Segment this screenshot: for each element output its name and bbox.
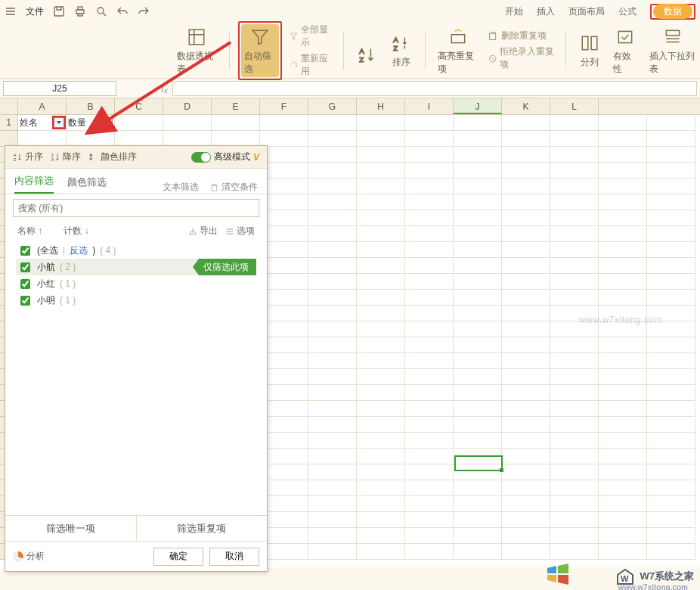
cell[interactable] xyxy=(308,353,357,369)
cell[interactable] xyxy=(454,480,502,496)
col-L[interactable]: L xyxy=(550,98,599,114)
cell[interactable] xyxy=(357,385,405,401)
ribbon-sort-az[interactable]: AZ xyxy=(352,38,381,64)
cell[interactable] xyxy=(502,337,550,353)
cell[interactable] xyxy=(357,480,405,496)
cell[interactable] xyxy=(308,528,357,544)
cell[interactable] xyxy=(599,385,647,401)
formula-input[interactable] xyxy=(172,81,697,96)
cell[interactable] xyxy=(599,464,647,480)
ribbon-reapply[interactable]: 重新应用 xyxy=(290,52,333,78)
col-G[interactable]: G xyxy=(308,98,357,114)
cell[interactable] xyxy=(550,210,599,226)
cell[interactable] xyxy=(454,115,502,131)
cell[interactable] xyxy=(550,417,599,433)
cell[interactable] xyxy=(405,242,454,258)
cell[interactable] xyxy=(405,226,454,242)
cell[interactable] xyxy=(502,385,550,401)
cell[interactable] xyxy=(308,147,357,163)
cell[interactable] xyxy=(454,369,502,385)
cell[interactable] xyxy=(550,179,599,194)
cell[interactable] xyxy=(357,496,405,512)
cell[interactable] xyxy=(502,449,550,464)
cell[interactable] xyxy=(550,401,599,417)
cell[interactable] xyxy=(599,147,647,163)
tab-color-filter[interactable]: 颜色筛选 xyxy=(67,175,107,194)
cell[interactable] xyxy=(405,290,454,306)
cell[interactable] xyxy=(550,544,599,560)
cell[interactable] xyxy=(308,464,357,480)
cell[interactable] xyxy=(454,242,502,258)
cell[interactable] xyxy=(502,369,550,385)
only-this-button[interactable]: 仅筛选此项 xyxy=(193,259,256,275)
cell[interactable] xyxy=(599,210,647,226)
cell[interactable] xyxy=(308,115,357,131)
cell[interactable] xyxy=(454,163,502,179)
cell[interactable] xyxy=(357,401,405,417)
cell[interactable] xyxy=(405,464,454,480)
cell[interactable] xyxy=(599,242,647,258)
cell[interactable] xyxy=(308,433,357,449)
cell[interactable] xyxy=(599,274,647,290)
cell[interactable] xyxy=(454,290,502,306)
filter-dup-button[interactable]: 筛选重复项 xyxy=(136,516,268,541)
cell[interactable] xyxy=(550,353,599,369)
cell[interactable] xyxy=(550,385,599,401)
cell[interactable] xyxy=(502,306,550,321)
cell[interactable] xyxy=(647,528,695,544)
cell[interactable] xyxy=(599,353,647,369)
col-E[interactable]: E xyxy=(212,98,260,114)
cell[interactable] xyxy=(647,449,695,464)
cell[interactable] xyxy=(308,321,357,337)
cell[interactable] xyxy=(454,210,502,226)
cell[interactable] xyxy=(357,464,405,480)
clear-filter-button[interactable]: 清空条件 xyxy=(209,181,258,194)
cell[interactable] xyxy=(599,131,647,147)
tab-data[interactable]: 数据 xyxy=(653,4,692,19)
cell[interactable] xyxy=(599,258,647,274)
cell[interactable] xyxy=(405,369,454,385)
cell[interactable] xyxy=(647,369,695,385)
checkbox-item[interactable] xyxy=(20,296,30,306)
cell[interactable] xyxy=(454,321,502,337)
col-name-sort[interactable]: 名称 xyxy=(17,225,42,238)
cell[interactable] xyxy=(502,512,550,528)
cell[interactable] xyxy=(357,417,405,433)
ribbon-split[interactable]: 分列 xyxy=(575,30,604,70)
cell[interactable] xyxy=(454,353,502,369)
col-F[interactable]: F xyxy=(260,98,308,114)
cell[interactable] xyxy=(357,242,405,258)
tab-start[interactable]: 开始 xyxy=(505,5,523,18)
name-box[interactable]: J25 xyxy=(3,81,116,96)
cell[interactable] xyxy=(550,147,599,163)
cell[interactable] xyxy=(308,274,357,290)
cell[interactable] xyxy=(647,464,695,480)
cell[interactable] xyxy=(308,480,357,496)
col-D[interactable]: D xyxy=(163,98,212,114)
cell[interactable] xyxy=(550,496,599,512)
cell[interactable] xyxy=(502,274,550,290)
cell[interactable] xyxy=(308,496,357,512)
filter-search-input[interactable] xyxy=(13,199,259,217)
cell[interactable] xyxy=(502,401,550,417)
cell[interactable] xyxy=(647,115,695,131)
checkbox-item[interactable] xyxy=(20,279,30,289)
cell[interactable] xyxy=(502,131,550,147)
cell[interactable] xyxy=(647,337,695,353)
ribbon-deldup[interactable]: 删除重复项 xyxy=(488,30,556,42)
cell[interactable] xyxy=(357,226,405,242)
cell[interactable] xyxy=(599,179,647,194)
cell[interactable] xyxy=(502,290,550,306)
cell[interactable] xyxy=(502,210,550,226)
cell[interactable] xyxy=(647,385,695,401)
cell[interactable] xyxy=(357,433,405,449)
filter-dropdown-b[interactable] xyxy=(102,117,113,128)
cell[interactable] xyxy=(647,274,695,290)
cell[interactable] xyxy=(405,544,454,560)
cell[interactable] xyxy=(260,115,308,131)
col-K[interactable]: K xyxy=(502,98,550,114)
filter-row-item[interactable]: 小航 ( 2 ) 仅筛选此项 xyxy=(16,259,256,275)
options-button[interactable]: 选项 xyxy=(225,225,255,238)
ribbon-pivot[interactable]: 数据透视表 xyxy=(174,24,220,77)
save-icon[interactable] xyxy=(53,5,65,17)
